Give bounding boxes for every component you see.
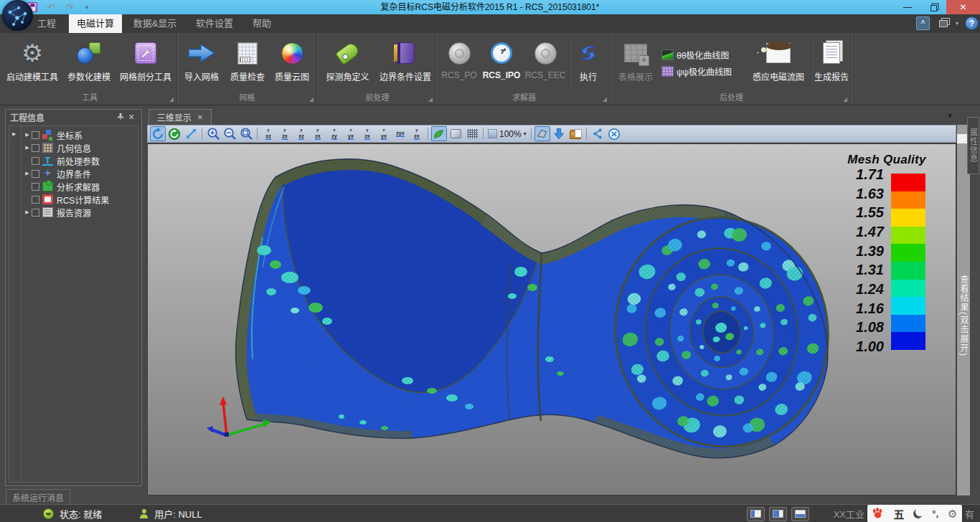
- property-info-tab[interactable]: 属性信息: [967, 117, 979, 174]
- 3d-viewport[interactable]: Mesh Quality 1.711.631.551.471.391.311.2…: [147, 143, 956, 495]
- table-display-button[interactable]: 表格展示: [613, 34, 659, 92]
- quality-contour-button[interactable]: 质量云图: [270, 34, 314, 92]
- menu-tab-em-compute[interactable]: 电磁计算: [69, 14, 122, 33]
- checkbox[interactable]: [32, 183, 39, 191]
- shaded-view-button[interactable]: [448, 126, 463, 141]
- view-orientation-yx-button[interactable]: zyx: [343, 126, 359, 141]
- smooth-shading-button[interactable]: [431, 126, 447, 141]
- opacity-dropdown-icon[interactable]: ▾: [524, 130, 527, 137]
- checkbox[interactable]: [32, 209, 39, 217]
- layout-wide-panel-button[interactable]: [769, 507, 787, 521]
- zoom-fit-button[interactable]: [238, 126, 254, 141]
- theta-polarization-curve-button[interactable]: θθ极化曲线图: [661, 49, 745, 61]
- menu-tab-data-display[interactable]: 数据&显示: [125, 14, 185, 33]
- opacity-control[interactable]: 100% ▾: [486, 129, 528, 139]
- expand-arrow-icon[interactable]: ▶: [23, 171, 32, 176]
- menu-tab-settings[interactable]: 软件设置: [188, 14, 241, 33]
- induced-current-map-button[interactable]: 感应电磁流图: [748, 34, 809, 92]
- wireframe-view-button[interactable]: [464, 126, 480, 141]
- group-expand-icon[interactable]: [309, 98, 314, 102]
- ime-wubi-label[interactable]: 五: [893, 506, 904, 521]
- status-text: 状态: 就绪: [60, 507, 102, 521]
- view-orientation-zx-button[interactable]: yzx: [277, 126, 293, 141]
- results-expand-tab[interactable]: 查看结果(双击展开): [957, 252, 970, 379]
- detect-angle-button[interactable]: 探测角定义: [319, 34, 376, 92]
- parametric-modeling-button[interactable]: 参数化建模: [62, 34, 116, 92]
- close-view-button[interactable]: [606, 126, 622, 141]
- pin-icon[interactable]: [114, 113, 126, 122]
- export-image-button[interactable]: [567, 126, 583, 141]
- window-style-dropdown-icon[interactable]: ▾: [953, 16, 961, 30]
- view-orientation-zx-button[interactable]: yzx: [409, 126, 425, 141]
- boundary-condition-button[interactable]: 边界条件设置: [376, 34, 435, 92]
- tree-item-geometry-info[interactable]: ▶几何信息: [22, 141, 138, 154]
- group-expand-icon[interactable]: [428, 98, 433, 102]
- zoom-out-button[interactable]: [222, 126, 237, 141]
- moon-icon[interactable]: [913, 509, 923, 518]
- meshing-tool-button[interactable]: 网格剖分工具: [116, 34, 175, 92]
- pan-view-button[interactable]: [183, 126, 199, 141]
- tree-item-rcs-results[interactable]: RCS计算结果: [22, 193, 138, 206]
- help-icon[interactable]: ?: [965, 16, 979, 30]
- view-orientation-zx-button[interactable]: yzx: [359, 126, 375, 141]
- tree-item-boundary-conditions[interactable]: ▶边界条件: [22, 167, 138, 180]
- divider: [531, 128, 532, 140]
- menu-tab-help[interactable]: 帮助: [244, 14, 280, 33]
- system-message-tab[interactable]: 系统运行消息: [6, 489, 70, 504]
- group-expand-icon[interactable]: [603, 98, 607, 102]
- legend-color-band: [891, 209, 925, 227]
- layout-bottom-panel-button[interactable]: [791, 507, 809, 521]
- quality-check-button[interactable]: 质量检查: [225, 34, 270, 92]
- tab-3d-display[interactable]: 三维显示 ✕: [149, 109, 212, 125]
- baidu-paw-icon[interactable]: [872, 507, 884, 521]
- expand-arrow-icon[interactable]: ▶: [23, 145, 32, 151]
- tree-item-report-resources[interactable]: ▶报告资源: [22, 206, 138, 219]
- execute-button[interactable]: 执行: [571, 34, 606, 92]
- rcs-ipo-button[interactable]: RCS_IPO: [480, 34, 523, 92]
- expand-arrow-icon[interactable]: ▶: [23, 209, 32, 215]
- rotate-view-button[interactable]: [150, 126, 166, 141]
- ribbon-collapse-icon[interactable]: ^: [916, 16, 930, 30]
- restore-button[interactable]: [920, 0, 946, 14]
- rcs-po-button[interactable]: RCS_PO: [438, 34, 480, 92]
- tree-item-preprocess-params[interactable]: 前处理参数: [22, 154, 138, 167]
- group-expand-icon[interactable]: [169, 98, 174, 102]
- download-view-button[interactable]: [551, 126, 567, 141]
- close-button[interactable]: ✕: [946, 0, 980, 14]
- refresh-view-button[interactable]: [166, 126, 182, 141]
- checkbox[interactable]: [32, 144, 39, 152]
- view-orientation-xz-button[interactable]: yxz: [260, 126, 276, 141]
- checkbox[interactable]: [32, 170, 39, 178]
- tab-close-icon[interactable]: ✕: [197, 113, 203, 121]
- share-view-button[interactable]: [590, 126, 606, 141]
- rcs-eec-button[interactable]: RCS_EEC: [523, 34, 567, 92]
- clip-plane-button[interactable]: [534, 126, 550, 141]
- generate-report-button[interactable]: 生成报告: [813, 34, 850, 92]
- psi-polarization-curve-button[interactable]: ψψ极化曲线图: [661, 65, 745, 77]
- checkbox[interactable]: [32, 157, 39, 165]
- ime-punct-label[interactable]: °,: [932, 508, 938, 519]
- layout-left-panel-button[interactable]: [747, 507, 765, 521]
- ime-toolbar[interactable]: 五 °, ⚙: [867, 505, 962, 522]
- root-expand-arrow-icon[interactable]: ▶: [12, 131, 16, 137]
- tree-item-solver[interactable]: 分析求解器: [22, 180, 138, 193]
- expand-arrow-icon[interactable]: ▶: [23, 132, 32, 138]
- group-expand-icon[interactable]: [843, 98, 847, 102]
- minimize-button[interactable]: —: [895, 0, 920, 14]
- checkbox[interactable]: [32, 131, 39, 139]
- tabrow-dropdown-icon[interactable]: ▾: [948, 112, 952, 119]
- view-orientation-zyx-button[interactable]: zyx: [392, 126, 408, 141]
- view-orientation-xz-button[interactable]: yxz: [293, 126, 309, 141]
- import-mesh-button[interactable]: 导入网格: [178, 34, 225, 92]
- launch-modeling-tool-button[interactable]: ⚙ 启动建模工具: [3, 34, 62, 92]
- checkbox[interactable]: [32, 196, 39, 204]
- button-label: 启动建模工具: [6, 70, 58, 82]
- ime-settings-gear-icon[interactable]: ⚙: [948, 508, 957, 521]
- view-orientation-yx-button[interactable]: zyx: [376, 126, 392, 141]
- view-orientation-zx-button[interactable]: yzx: [310, 126, 326, 141]
- zoom-in-button[interactable]: [205, 126, 221, 141]
- tree-item-coordinate-system[interactable]: ▶坐标系: [22, 128, 138, 141]
- panel-close-icon[interactable]: ✕: [126, 113, 137, 122]
- window-style-icon[interactable]: [936, 16, 951, 30]
- view-orientation-zy-button[interactable]: xzy: [326, 126, 342, 141]
